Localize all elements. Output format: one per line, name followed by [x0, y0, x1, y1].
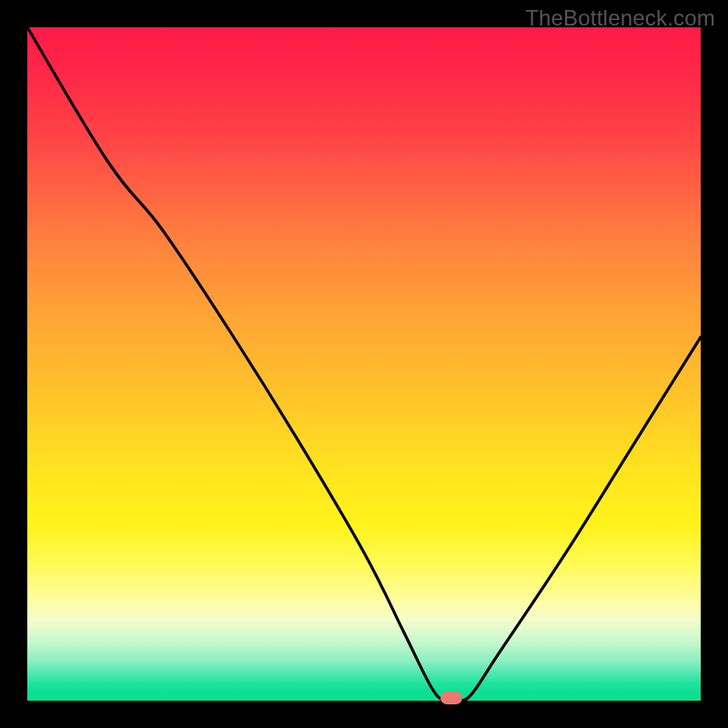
watermark-text: TheBottleneck.com — [525, 5, 715, 31]
plot-area — [27, 27, 701, 701]
minimum-marker — [440, 692, 462, 704]
chart-frame: TheBottleneck.com — [0, 0, 728, 728]
bottleneck-curve — [27, 27, 701, 701]
